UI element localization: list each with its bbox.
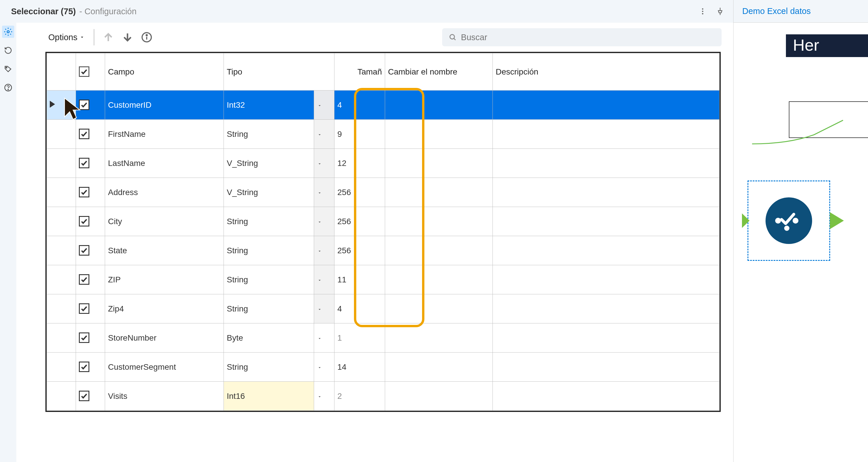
rename-cell[interactable] [385,120,493,149]
select-tool-node[interactable] [747,181,830,261]
description-cell[interactable] [493,382,719,411]
refresh-icon[interactable] [2,44,14,57]
field-name-cell[interactable]: State [105,236,224,265]
row-checkbox[interactable] [76,324,105,352]
row-handle[interactable] [47,352,76,382]
description-cell[interactable] [493,149,719,178]
size-cell[interactable]: 4 [335,91,385,120]
row-handle[interactable] [47,236,76,265]
field-name-cell[interactable]: City [105,207,224,236]
header-desc[interactable]: Descripción [493,53,719,91]
description-cell[interactable] [493,294,719,324]
description-cell[interactable] [493,207,719,236]
size-cell[interactable]: 9 [335,120,385,149]
size-cell[interactable]: 11 [335,265,385,294]
type-dropdown[interactable] [314,120,335,149]
row-checkbox[interactable] [76,149,105,178]
row-handle[interactable] [47,265,76,294]
rename-cell[interactable] [385,91,493,120]
type-cell[interactable]: String [224,207,314,236]
table-row[interactable]: LastNameV_String12 [47,149,719,178]
table-row[interactable]: AddressV_String256 [47,178,719,207]
gear-icon[interactable] [2,26,14,38]
row-checkbox[interactable] [76,178,105,207]
size-cell[interactable]: 14 [335,352,385,382]
type-dropdown[interactable] [314,236,335,265]
size-cell[interactable]: 12 [335,149,385,178]
field-name-cell[interactable]: StoreNumber [105,324,224,352]
rename-cell[interactable] [385,382,493,411]
rename-cell[interactable] [385,149,493,178]
table-row[interactable]: CustomerIDInt324 [47,91,719,120]
type-dropdown[interactable] [314,294,335,324]
tag-icon[interactable] [2,63,14,75]
table-row[interactable]: VisitsInt162 [47,382,719,411]
type-cell[interactable]: V_String [224,149,314,178]
row-checkbox[interactable] [76,352,105,382]
type-cell[interactable]: String [224,265,314,294]
field-name-cell[interactable]: ZIP [105,265,224,294]
description-cell[interactable] [493,324,719,352]
size-cell[interactable]: 4 [335,294,385,324]
header-check-all[interactable] [76,53,105,91]
row-handle[interactable] [47,178,76,207]
row-checkbox[interactable] [76,120,105,149]
type-cell[interactable]: String [224,352,314,382]
search-box[interactable] [442,28,721,46]
type-cell[interactable]: Int16 [224,382,314,411]
type-cell[interactable]: String [224,236,314,265]
size-cell[interactable]: 256 [335,207,385,236]
description-cell[interactable] [493,265,719,294]
arrow-up-icon[interactable] [101,30,116,45]
pin-icon[interactable] [713,4,727,19]
header-rename[interactable]: Cambiar el nombre [385,53,493,91]
description-cell[interactable] [493,236,719,265]
input-anchor-icon[interactable] [742,213,749,228]
rename-cell[interactable] [385,324,493,352]
type-cell[interactable]: Int32 [224,91,314,120]
field-name-cell[interactable]: Visits [105,382,224,411]
description-cell[interactable] [493,178,719,207]
output-anchor-icon[interactable] [830,212,844,229]
table-row[interactable]: CityString256 [47,207,719,236]
table-row[interactable]: ZIPString11 [47,265,719,294]
search-input[interactable] [461,33,715,42]
type-dropdown[interactable] [314,178,335,207]
type-dropdown[interactable] [314,324,335,352]
rename-cell[interactable] [385,236,493,265]
type-cell[interactable]: String [224,120,314,149]
row-checkbox[interactable] [76,265,105,294]
field-name-cell[interactable]: LastName [105,149,224,178]
row-handle[interactable] [47,120,76,149]
workflow-title[interactable]: Demo Excel datos [734,0,868,23]
field-name-cell[interactable]: FirstName [105,120,224,149]
size-cell[interactable]: 256 [335,178,385,207]
rename-cell[interactable] [385,178,493,207]
size-cell[interactable]: 2 [335,382,385,411]
type-dropdown[interactable] [314,265,335,294]
table-row[interactable]: CustomerSegmentString14 [47,352,719,382]
description-cell[interactable] [493,91,719,120]
description-cell[interactable] [493,352,719,382]
table-row[interactable]: FirstNameString9 [47,120,719,149]
type-dropdown[interactable] [314,352,335,382]
row-checkbox[interactable] [76,382,105,411]
row-handle[interactable] [47,149,76,178]
row-checkbox[interactable] [76,91,105,120]
header-type[interactable]: Tipo [224,53,335,91]
field-name-cell[interactable]: Address [105,178,224,207]
header-size[interactable]: Tamañ [335,53,385,91]
info-icon[interactable] [139,30,154,45]
type-dropdown[interactable] [314,91,335,120]
row-checkbox[interactable] [76,236,105,265]
table-row[interactable]: StoreNumberByte1 [47,324,719,352]
type-dropdown[interactable] [314,207,335,236]
size-cell[interactable]: 256 [335,236,385,265]
options-dropdown[interactable]: Options [45,31,87,44]
type-dropdown[interactable] [314,149,335,178]
row-handle[interactable] [47,91,76,120]
field-name-cell[interactable]: CustomerID [105,91,224,120]
row-handle[interactable] [47,382,76,411]
type-cell[interactable]: Byte [224,324,314,352]
arrow-down-icon[interactable] [120,30,135,45]
